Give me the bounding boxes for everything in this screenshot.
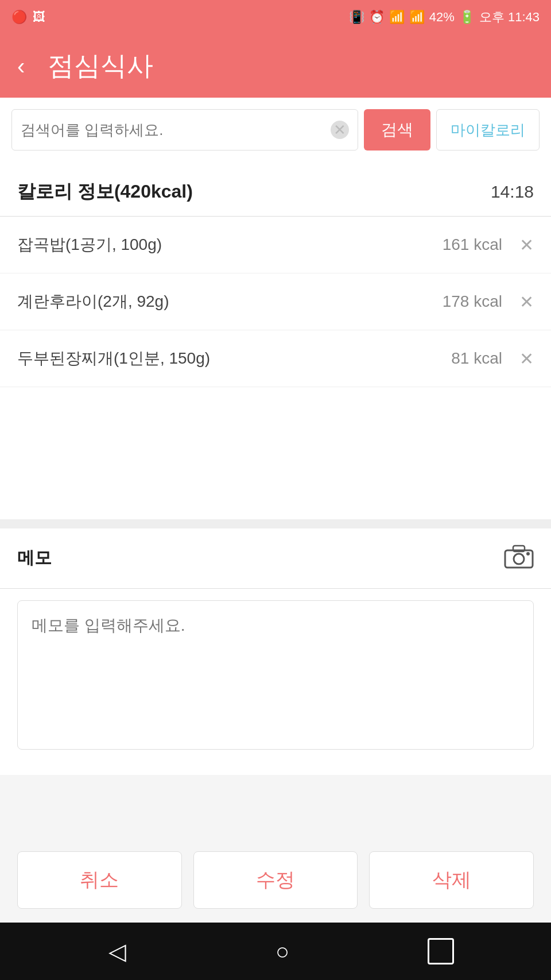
battery-percent: 42% [429, 10, 455, 25]
food-name-2: 계란후라이(2개, 92g) [17, 291, 410, 312]
recents-nav-button[interactable] [428, 938, 454, 964]
food-delete-2[interactable]: ✕ [519, 292, 534, 312]
main-content: 칼로리 정보(420kcal) 14:18 잡곡밥(1공기, 100g) 161… [0, 162, 551, 519]
mycalorie-button[interactable]: 마이칼로리 [436, 109, 540, 151]
clear-button[interactable]: ✕ [331, 121, 349, 139]
food-kcal-3: 81 kcal [410, 349, 502, 368]
page-title: 점심식사 [48, 48, 153, 84]
gallery-icon: 🖼 [33, 10, 45, 25]
search-input-wrapper: ✕ [11, 109, 358, 151]
content-spacer [0, 387, 551, 456]
battery-icon: 🔋 [459, 10, 475, 25]
time-display: 오후 11:43 [479, 9, 540, 26]
bottom-buttons: 취소 수정 삭제 [0, 838, 551, 923]
alarm-icon: ⏰ [369, 10, 385, 25]
signal-icon: 📶 [409, 10, 425, 25]
camera-icon [504, 545, 534, 570]
search-bar: ✕ 검색 마이칼로리 [0, 98, 551, 162]
food-item-3: 두부된장찌개(1인분, 150g) 81 kcal ✕ [0, 330, 551, 387]
vibrate-icon: 📳 [349, 10, 364, 25]
food-delete-1[interactable]: ✕ [519, 235, 534, 255]
svg-point-3 [526, 552, 530, 555]
cancel-button[interactable]: 취소 [17, 851, 182, 909]
nav-bar: ◁ ○ [0, 923, 551, 980]
food-name-1: 잡곡밥(1공기, 100g) [17, 234, 410, 256]
calorie-time: 14:18 [491, 182, 534, 202]
food-item-1: 잡곡밥(1공기, 100g) 161 kcal ✕ [0, 217, 551, 273]
calorie-header: 칼로리 정보(420kcal) 14:18 [0, 162, 551, 217]
edit-button[interactable]: 수정 [193, 851, 358, 909]
calorie-title: 칼로리 정보(420kcal) [17, 179, 193, 205]
food-delete-3[interactable]: ✕ [519, 349, 534, 369]
memo-textarea-wrapper [0, 589, 551, 775]
camera-button[interactable] [504, 545, 534, 572]
search-button[interactable]: 검색 [364, 109, 430, 151]
bottom-spacer [0, 775, 551, 838]
food-name-3: 두부된장찌개(1인분, 150g) [17, 348, 410, 369]
back-button[interactable]: ‹ [17, 55, 25, 78]
food-item-2: 계란후라이(2개, 92g) 178 kcal ✕ [0, 273, 551, 330]
food-kcal-2: 178 kcal [410, 292, 502, 311]
memo-textarea[interactable] [17, 600, 534, 750]
memo-header: 메모 [0, 528, 551, 589]
back-nav-button[interactable]: ◁ [97, 931, 137, 971]
delete-button[interactable]: 삭제 [369, 851, 534, 909]
wifi-icon: 📶 [389, 10, 405, 25]
status-bar: 🔴 🖼 📳 ⏰ 📶 📶 42% 🔋 오후 11:43 [0, 0, 551, 34]
page-header: ‹ 점심식사 [0, 34, 551, 98]
memo-label: 메모 [17, 546, 52, 570]
search-input[interactable] [21, 121, 331, 139]
memo-section: 메모 [0, 528, 551, 775]
app-icon: 🔴 [11, 10, 27, 25]
status-bar-left: 🔴 🖼 [11, 10, 45, 25]
svg-point-1 [514, 554, 524, 564]
home-nav-button[interactable]: ○ [262, 931, 302, 971]
status-bar-right: 📳 ⏰ 📶 📶 42% 🔋 오후 11:43 [349, 9, 540, 26]
food-kcal-1: 161 kcal [410, 236, 502, 254]
section-divider [0, 519, 551, 528]
